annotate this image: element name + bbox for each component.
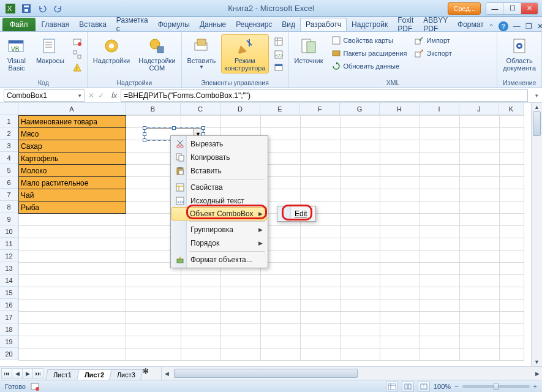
cell[interactable] <box>341 116 380 128</box>
expansion-packs-button[interactable]: Пакеты расширения <box>329 47 410 59</box>
cell[interactable] <box>420 214 460 226</box>
cell[interactable] <box>301 226 341 238</box>
cell[interactable] <box>420 336 460 349</box>
cell[interactable] <box>500 336 524 349</box>
cell[interactable] <box>341 238 380 251</box>
resize-handle[interactable] <box>143 126 146 130</box>
macro-record-status-icon[interactable] <box>31 382 39 391</box>
minimize-ribbon-icon[interactable]: ⌃ <box>489 23 494 30</box>
cell[interactable]: Картофель <box>19 153 126 165</box>
cell[interactable] <box>126 312 181 324</box>
cell[interactable] <box>181 349 221 361</box>
visual-basic-button[interactable]: VB Visual Basic <box>2 34 31 74</box>
cell[interactable] <box>500 189 524 202</box>
accept-formula-icon[interactable]: ✓ <box>98 91 104 100</box>
cell[interactable] <box>181 300 221 312</box>
cell[interactable] <box>261 324 301 336</box>
cell[interactable]: Мясо <box>19 128 126 140</box>
scroll-right-icon[interactable]: ▶ <box>532 367 542 380</box>
cell[interactable] <box>341 128 380 140</box>
cell[interactable] <box>221 287 261 300</box>
cell[interactable] <box>221 300 261 312</box>
cell[interactable] <box>380 128 420 140</box>
col-header[interactable]: D <box>220 103 260 115</box>
doc-area-button[interactable]: Область документа <box>500 34 539 74</box>
cell[interactable] <box>19 251 126 263</box>
cell[interactable] <box>420 153 460 165</box>
cell[interactable] <box>341 202 380 214</box>
cell[interactable] <box>380 153 420 165</box>
cell[interactable] <box>500 140 524 153</box>
cell[interactable] <box>380 300 420 312</box>
cell[interactable] <box>341 251 380 263</box>
map-properties-button[interactable]: Свойства карты <box>329 34 410 47</box>
cell[interactable] <box>500 263 524 275</box>
cell[interactable] <box>181 287 221 300</box>
cell[interactable] <box>380 263 420 275</box>
horizontal-scrollbar[interactable]: ◀ ▶ <box>161 367 542 380</box>
cell[interactable] <box>500 251 524 263</box>
cell[interactable] <box>500 349 524 361</box>
cell[interactable] <box>301 287 341 300</box>
cell[interactable] <box>380 238 420 251</box>
cell[interactable] <box>460 349 500 361</box>
cell[interactable] <box>500 324 524 336</box>
cell[interactable] <box>380 177 420 189</box>
zoom-out-icon[interactable]: − <box>454 383 458 390</box>
col-header[interactable]: H <box>380 103 420 115</box>
cell[interactable]: Мало растительное <box>19 177 126 189</box>
macros-button[interactable]: Макросы <box>33 34 67 66</box>
insert-control-button[interactable]: Вставить ▼ <box>184 34 219 72</box>
cell[interactable] <box>261 287 301 300</box>
column-headers[interactable]: ABCDEFGHIJK <box>18 103 524 115</box>
cell[interactable] <box>420 165 460 177</box>
sheet-last-icon[interactable]: ⏭ <box>32 368 43 379</box>
zoom-slider[interactable] <box>462 385 530 388</box>
cell[interactable] <box>380 251 420 263</box>
close-button[interactable]: ✕ <box>521 3 538 14</box>
addins-button[interactable]: Надстройки <box>90 34 133 66</box>
cell[interactable] <box>380 165 420 177</box>
zoom-slider-thumb[interactable] <box>494 383 499 390</box>
cell[interactable] <box>500 214 524 226</box>
tab-надстройк[interactable]: Надстройк <box>347 18 393 31</box>
cell[interactable] <box>460 226 500 238</box>
cell[interactable] <box>261 116 301 128</box>
cell[interactable] <box>126 349 181 361</box>
mdi-minimize-icon[interactable]: — <box>513 22 521 31</box>
cell[interactable] <box>181 324 221 336</box>
cell[interactable]: Рыба <box>19 202 126 214</box>
cell[interactable] <box>301 153 341 165</box>
menu-view-code[interactable]: </> Исходный текст <box>172 194 266 208</box>
cell[interactable] <box>19 312 126 324</box>
cell[interactable] <box>380 202 420 214</box>
cell[interactable] <box>420 300 460 312</box>
redo-icon[interactable] <box>51 2 65 15</box>
cell[interactable] <box>420 116 460 128</box>
cell[interactable] <box>420 251 460 263</box>
cell[interactable] <box>126 300 181 312</box>
cell[interactable] <box>341 189 380 202</box>
row-header[interactable]: 7 <box>0 189 18 201</box>
cell[interactable] <box>460 165 500 177</box>
cell[interactable] <box>420 128 460 140</box>
cell[interactable] <box>460 336 500 349</box>
macro-security-button[interactable]: ! <box>70 61 85 74</box>
mdi-close-icon[interactable]: ✕ <box>537 22 542 31</box>
cell[interactable] <box>221 275 261 287</box>
cell[interactable] <box>19 349 126 361</box>
zoom-in-icon[interactable]: + <box>533 383 537 390</box>
row-header[interactable]: 15 <box>0 287 18 299</box>
cell[interactable] <box>341 336 380 349</box>
cells[interactable]: Наименование товараМясоСахарКартофельМол… <box>18 115 524 361</box>
menu-cut[interactable]: Вырезать <box>172 137 266 151</box>
help-icon[interactable]: ? <box>499 21 508 31</box>
cell[interactable] <box>500 287 524 300</box>
tab-file[interactable]: Файл <box>2 18 36 31</box>
tab-разработч[interactable]: Разработч <box>300 18 347 31</box>
com-addins-button[interactable]: Надстройки COM <box>135 34 178 74</box>
sheet-tab[interactable]: Лист3 <box>109 369 143 380</box>
menu-paste[interactable]: Вставить <box>172 164 266 178</box>
cell[interactable] <box>341 165 380 177</box>
name-box[interactable]: ComboBox1 <box>4 89 85 102</box>
